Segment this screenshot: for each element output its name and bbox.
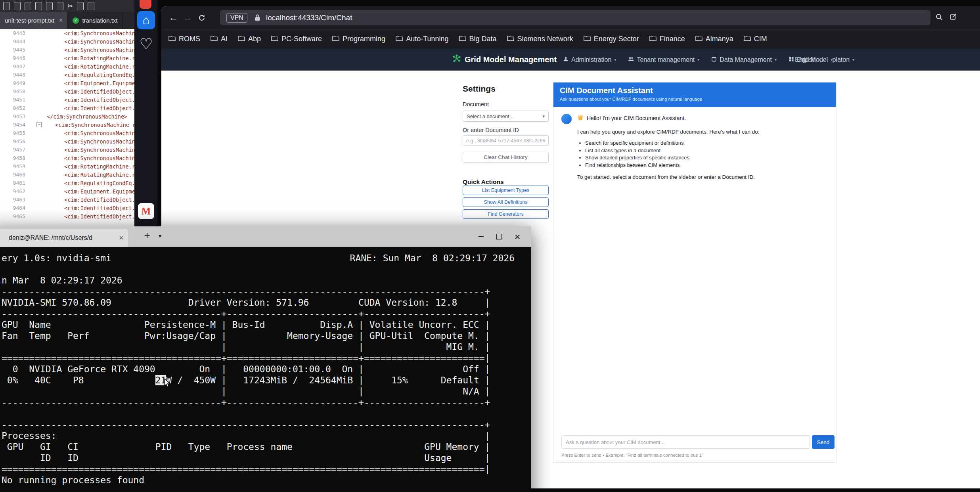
line-number: 9461 (0, 180, 30, 186)
terminal-tab[interactable]: deniz@RANE: /mnt/c/Users/d × (0, 229, 128, 247)
quick-action-button[interactable]: Show All Definitions (463, 197, 549, 207)
nav-label: Tenant management (637, 56, 695, 63)
chat-bullet: Show detailed properties of specific ins… (585, 154, 827, 162)
folder-icon (211, 35, 218, 43)
address-bar[interactable]: VPN localhost:44333/Cim/Chat (220, 10, 930, 25)
code-editor-area[interactable]: 9443<cim:SynchronousMachine.maxQ>9444<ci… (0, 29, 134, 220)
people-icon (628, 56, 634, 63)
print-icon[interactable] (57, 2, 63, 10)
folder-icon (695, 35, 702, 43)
quick-action-button[interactable]: Find Generators (463, 209, 549, 219)
folder-icon (332, 35, 339, 43)
app-brand[interactable]: Grid Model Management (452, 49, 557, 71)
zoom-icon[interactable] (935, 13, 943, 23)
close-tab-icon[interactable]: × (119, 234, 123, 242)
code-text: <cim:RegulatingCondEq.RegulatingControl (64, 180, 134, 186)
new-tab-button[interactable]: + (141, 230, 153, 241)
chat-bullet: Find relationships between CIM elements (585, 162, 827, 169)
line-number: 9451 (0, 97, 30, 103)
code-text: <cim:SynchronousMachine.qPercent> (64, 47, 134, 53)
chevron-down-icon: ▾ (818, 57, 820, 62)
clear-chat-history-button[interactable]: Clear Chat History (463, 152, 549, 163)
red-app-icon[interactable] (140, 0, 151, 9)
bookmark-item[interactable]: Programming (332, 35, 385, 43)
bookmark-item[interactable]: Energy Sector (584, 35, 639, 43)
folder-icon (238, 35, 245, 43)
terminal-titlebar: deniz@RANE: /mnt/c/Users/d × + ▾ × (0, 226, 531, 247)
chat-question-input[interactable] (561, 435, 810, 449)
input-hint: Press Enter to send • Example: "Find all… (561, 453, 703, 458)
document-label: Document (463, 101, 549, 107)
bookmark-item[interactable]: ROMS (168, 35, 200, 43)
close-file-icon[interactable] (46, 2, 53, 10)
terminal-line: ----------------------------------------… (2, 286, 531, 297)
bookmark-item[interactable]: CIM (744, 35, 767, 43)
save-all-icon[interactable] (35, 2, 42, 10)
editor-tab-unit-test-prompt[interactable]: unit-test-prompt.txt × (0, 12, 68, 29)
watch-command: ery 1.0s: nvidia-smi (2, 253, 111, 264)
quick-action-button[interactable]: List Equipment Types (463, 186, 549, 195)
vpn-badge[interactable]: VPN (226, 13, 247, 23)
copy-icon[interactable] (77, 2, 84, 10)
editor-line: 9448<cim:RegulatingCondEq.RegulatingCont… (0, 71, 134, 79)
maximize-button[interactable] (490, 226, 508, 247)
editor-line: 9465<cim:IdentifiedObject.description> (0, 212, 134, 220)
terminal-line: ========================================… (2, 352, 531, 364)
bookmark-item[interactable]: Big Data (459, 35, 497, 43)
terminal-line: No running processes found (2, 475, 531, 486)
bookmark-label: CIM (754, 35, 767, 43)
chevron-down-icon: ▾ (614, 57, 616, 62)
open-file-icon[interactable] (14, 2, 21, 10)
language-menu[interactable]: English ▾ (795, 56, 821, 63)
code-text: <cim:IdentifiedObject.description> (64, 105, 134, 111)
save-icon[interactable] (25, 2, 31, 10)
terminal-window: deniz@RANE: /mnt/c/Users/d × + ▾ × ery 1… (0, 226, 531, 492)
gmail-icon[interactable]: M (138, 203, 154, 219)
bookmark-item[interactable]: Almanya (695, 35, 733, 43)
code-text: <cim:RotatingMachine.ratedS> (64, 172, 134, 178)
tab-dropdown-icon[interactable]: ▾ (159, 233, 161, 239)
minimize-button[interactable] (472, 226, 490, 247)
line-number: 9453 (0, 113, 30, 119)
bookmark-item[interactable]: Siemens Network (507, 35, 573, 43)
bookmark-item[interactable]: Abp (238, 35, 261, 43)
bookmark-label: AI (221, 35, 228, 43)
bookmark-item[interactable]: PC-Software (271, 35, 322, 43)
folder-icon (459, 35, 466, 43)
code-text: <cim:RotatingMachine.ratedPowerFactor> (64, 55, 134, 61)
bookmark-item[interactable]: Finance (649, 35, 685, 43)
bookmark-item[interactable]: AI (211, 35, 228, 43)
document-id-input[interactable] (463, 135, 549, 146)
editor-tab-translation[interactable]: ✓ translation.txt (68, 12, 122, 29)
back-button[interactable]: ← (166, 11, 180, 25)
edit-page-icon[interactable] (949, 13, 957, 23)
nav-administration[interactable]: Administration▾ (563, 56, 616, 63)
fold-marker-icon[interactable]: − (36, 122, 42, 127)
browser-toolbar: ← → VPN localhost:44333/Cim/Chat (161, 6, 980, 29)
bookmark-label: Finance (660, 35, 685, 43)
settings-title: Settings (463, 84, 549, 94)
close-tab-icon[interactable]: × (59, 17, 63, 24)
cut-icon[interactable]: ✂ (67, 2, 73, 10)
line-number: 9448 (0, 72, 30, 78)
bookmark-item[interactable]: Auto-Tunning (396, 35, 448, 43)
document-select[interactable]: Select a document... ▾ (463, 111, 549, 122)
close-window-button[interactable]: × (508, 226, 526, 247)
send-button[interactable]: Send (812, 435, 835, 449)
forward-button[interactable]: → (180, 11, 195, 25)
favorites-heart-icon[interactable]: ♡ (138, 36, 154, 52)
line-number: 9462 (0, 188, 30, 194)
line-number: 9457 (0, 147, 30, 153)
nav-data-management[interactable]: Data Management▾ (711, 56, 777, 63)
editor-line: 9455<cim:SynchronousMachine.maxQ> (0, 129, 134, 137)
paste-icon[interactable] (88, 2, 94, 10)
user-menu[interactable]: platon ▾ (833, 56, 855, 63)
nav-tenant-management[interactable]: Tenant management▾ (628, 56, 699, 63)
heart-glyph-icon: ♡ (139, 35, 153, 53)
chat-subtitle: Ask questions about your CIM/RDF documen… (560, 97, 830, 101)
terminal-content[interactable]: ery 1.0s: nvidia-smi RANE: Sun Mar 8 02:… (0, 247, 531, 486)
code-text: <cim:IdentifiedObject.mRID> (64, 197, 134, 203)
new-file-icon[interactable] (3, 2, 10, 10)
home-app-icon[interactable]: ⌂ (137, 11, 155, 29)
refresh-button[interactable] (195, 11, 209, 25)
